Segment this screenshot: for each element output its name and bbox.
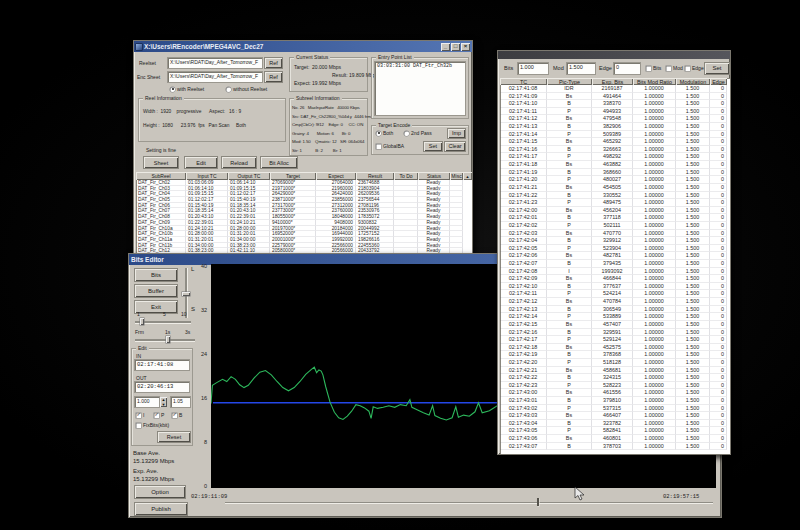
timeline-handle[interactable] — [537, 498, 539, 506]
enc-sheet-input[interactable]: X:\Users\RDAT\Day_After_Tomorrow_F — [168, 72, 262, 82]
table-row[interactable]: 02:17:42:13B3065491.000001.5000 — [500, 306, 730, 314]
in-field[interactable]: 02:17:41:08 — [135, 360, 189, 370]
column-header-modulation[interactable]: Modulation — [676, 78, 710, 85]
table-row[interactable]: 02:17:42:09Bs4668441.000001.5000 — [500, 275, 730, 283]
table-row[interactable]: 02:17:42:10B3776371.000001.5000 — [500, 283, 730, 291]
table-row[interactable]: 02:17:42:11P5242141.000001.5000 — [500, 290, 730, 298]
minimize-icon[interactable]: _ — [441, 43, 450, 51]
table-row[interactable]: 02:17:42:21Bs4586811.000001.5000 — [500, 367, 730, 375]
table-row[interactable]: 02:17:43:05P5828411.000001.5000 — [500, 427, 730, 435]
column-header-target[interactable]: Target — [270, 172, 316, 180]
column-header-result[interactable]: Result — [356, 172, 394, 180]
table-row[interactable]: 02:17:41:14P5093891.000001.5000 — [500, 131, 730, 139]
table-row[interactable]: 02:17:43:06Bs4608011.000001.5000 — [500, 435, 730, 443]
table-row[interactable]: 02:17:43:03Bs4664071.000001.5000 — [500, 412, 730, 420]
timeline-track[interactable] — [225, 502, 713, 503]
table-row[interactable]: 02:17:41:17P4982921.000001.5000 — [500, 153, 730, 161]
table-row[interactable]: 02:17:42:22B3243151.000001.5000 — [500, 374, 730, 382]
option-button[interactable]: Option — [135, 486, 185, 498]
table-row[interactable]: 02:17:41:12Bs4795481.000001.5000 — [500, 115, 730, 123]
column-header-status[interactable]: Status — [418, 172, 450, 180]
table-row[interactable]: 02:17:42:06Bs4827811.000001.5000 — [500, 252, 730, 260]
bits-field[interactable]: 1.000 — [518, 63, 548, 74]
column-header-misc[interactable]: Misc — [450, 172, 463, 180]
table-row[interactable]: 02:17:42:15Bs4574071.000001.5000 — [500, 321, 730, 329]
bits-button[interactable]: Bits — [135, 269, 177, 281]
column-header-input-tc[interactable]: Input TC — [186, 172, 228, 180]
table-row[interactable]: 02:17:42:19B3783681.000001.5000 — [500, 351, 730, 359]
bit-alloc-button[interactable]: Bit Alloc — [261, 157, 297, 168]
edit-button[interactable]: Edit — [185, 157, 217, 168]
table-row[interactable]: 02:17:42:03Bs4707701.000001.5000 — [500, 230, 730, 238]
table-row[interactable]: 02:17:42:12Bs4707841.000001.5000 — [500, 298, 730, 306]
globalba-checkbox[interactable]: GlobalBA — [376, 143, 404, 149]
table-row[interactable]: 02:17:42:14P5338891.000001.5000 — [500, 313, 730, 321]
scale-slider-handle[interactable] — [140, 318, 144, 325]
mod-checkbox[interactable]: Mod — [666, 65, 683, 71]
scroll-up-icon[interactable]: ▲ — [463, 172, 472, 180]
table-row[interactable]: 02:17:42:08I19930921.000001.5000 — [500, 268, 730, 276]
bits-set-button[interactable]: Set — [705, 63, 729, 74]
table-row[interactable]: 02:17:41:19B3686601.000001.5000 — [500, 169, 730, 177]
buffer-button[interactable]: Buffer — [135, 285, 177, 297]
sheet-button[interactable]: Sheet — [144, 157, 178, 168]
table-row[interactable]: 02:17:42:23P5282231.000001.5000 — [500, 382, 730, 390]
imp-button[interactable]: Imp — [448, 129, 465, 138]
clear-button[interactable]: Clear — [445, 142, 465, 151]
exit-button[interactable]: Exit — [135, 301, 177, 313]
spinner-up-down-icon[interactable]: ▲▼ — [160, 397, 167, 407]
bits-table-titlebar[interactable] — [498, 51, 730, 59]
edge-field[interactable]: 0 — [614, 63, 640, 74]
column-header-subreel[interactable]: SubReel — [136, 172, 186, 180]
i-frame-checkbox[interactable]: I — [136, 412, 144, 418]
table-row[interactable]: 02:17:41:21Bs4545051.000001.5000 — [500, 184, 730, 192]
with-reelset-radio[interactable]: with Reelset — [170, 86, 204, 92]
unit-slider-handle[interactable] — [166, 336, 170, 343]
table-row[interactable]: 02:17:42:16B3295911.000001.5000 — [500, 329, 730, 337]
table-row[interactable]: 02:17:43:07B3787031.000001.5000 — [500, 443, 730, 451]
table-row[interactable]: 02:17:41:23P4894751.000001.5000 — [500, 199, 730, 207]
table-row[interactable]: 02:17:42:20P5181281.000001.5000 — [500, 359, 730, 367]
reelset-ref-button[interactable]: Ref — [265, 58, 282, 68]
unit-slider-track[interactable] — [135, 339, 195, 341]
mod-spin-field[interactable]: 1.000 — [135, 397, 159, 407]
table-row[interactable]: 02:17:41:08IDR21691871.000001.5000 — [500, 85, 730, 93]
table-row[interactable]: 02:17:43:04B3237821.000001.5000 — [500, 420, 730, 428]
column-header-to-do[interactable]: To Do — [394, 172, 418, 180]
column-header-tc[interactable]: TC — [500, 78, 547, 85]
reset-button[interactable]: Reset — [158, 432, 190, 442]
table-row[interactable]: 02:17:41:15Bs4652921.000001.5000 — [500, 138, 730, 146]
column-header-bits-mod-ratio[interactable]: Bits Mod Ratio — [633, 78, 676, 85]
table-row[interactable]: 02:17:42:02P5021111.000001.5000 — [500, 222, 730, 230]
bits-checkbox[interactable]: Bits — [646, 65, 661, 71]
table-row[interactable]: 02:17:41:09Bs4914641.000001.5000 — [500, 93, 730, 101]
out-field[interactable]: 02:20:46:13 — [135, 382, 189, 392]
table-row[interactable]: 02:17:42:05P5239041.000001.5000 — [500, 245, 730, 253]
enc-sheet-ref-button[interactable]: Ref — [265, 72, 282, 82]
table-row[interactable]: 02:17:42:00Bs4562041.000001.5000 — [500, 207, 730, 215]
edge-checkbox[interactable]: Edge — [685, 65, 704, 71]
entry-point-item[interactable]: 03:03:31:00 DAT_Ftr_Ch32b — [377, 63, 463, 69]
publish-button[interactable]: Publish — [135, 503, 187, 515]
p-frame-checkbox[interactable]: P — [154, 412, 164, 418]
table-row[interactable]: 02:17:41:20P4800271.000001.5000 — [500, 176, 730, 184]
table-row[interactable]: 02:17:41:18Bs4638821.000001.5000 — [500, 161, 730, 169]
table-row[interactable]: 02:17:41:11P4949331.000001.5000 — [500, 108, 730, 116]
table-row[interactable]: 02:17:43:00Bs4615561.000001.5000 — [500, 389, 730, 397]
table-row[interactable]: 02:17:41:10B3383701.000001.5000 — [500, 100, 730, 108]
both-radio[interactable]: Both — [376, 130, 393, 136]
close-icon[interactable]: × — [461, 43, 470, 51]
table-row[interactable]: 02:17:43:01B3798101.000001.5000 — [500, 397, 730, 405]
table-row[interactable]: 02:17:42:04B3299121.000001.5000 — [500, 237, 730, 245]
table-row[interactable]: 02:17:41:22B3305521.000001.5000 — [500, 192, 730, 200]
table-row[interactable]: 02:17:42:07B3794351.000001.5000 — [500, 260, 730, 268]
table-row[interactable]: 02:17:41:13B3829061.000001.5000 — [500, 123, 730, 131]
without-reelset-radio[interactable]: without Reelset — [226, 86, 267, 92]
encoder-titlebar[interactable]: X:\Users\REncoder\MPEG4AVC_Dec27 _ □ × — [134, 41, 472, 52]
table-row[interactable]: 02:17:41:16B3266631.000001.5000 — [500, 146, 730, 154]
table-row[interactable]: 02:17:42:17P5291241.000001.5000 — [500, 336, 730, 344]
table-row[interactable]: 02:17:42:18Bs4525751.000001.5000 — [500, 344, 730, 352]
column-header-expect[interactable]: Expect — [316, 172, 356, 180]
ratio-field[interactable]: 1.05 — [171, 397, 190, 407]
b-frame-checkbox[interactable]: B — [172, 412, 182, 418]
